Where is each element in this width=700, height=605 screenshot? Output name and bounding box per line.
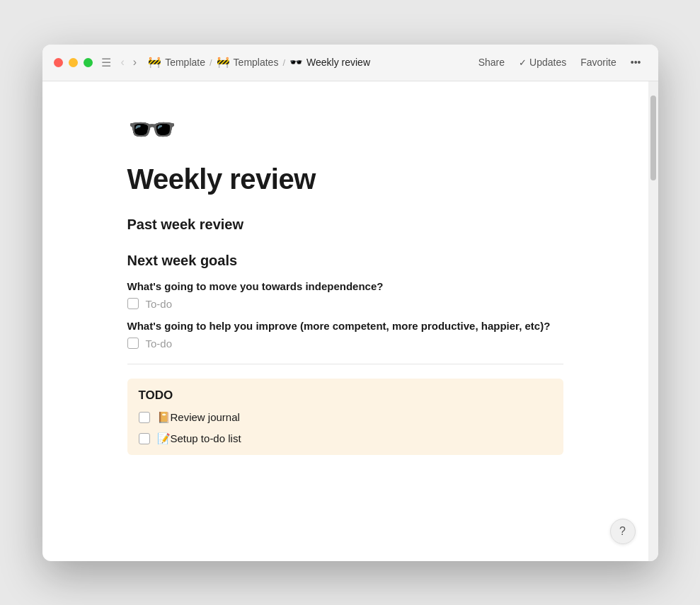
titlebar: ☰ ‹ › 🚧 Template / 🚧 Templates / 🕶️ Week… xyxy=(42,45,658,81)
forward-arrow-button[interactable]: › xyxy=(130,54,139,70)
past-week-heading: Past week review xyxy=(127,217,563,233)
todo-callout-item-1: 📔Review journal xyxy=(139,411,552,424)
nav-arrows: ‹ › xyxy=(118,54,140,70)
todo-callout-title: TODO xyxy=(139,388,552,403)
todo-callout-checkbox-2[interactable] xyxy=(139,433,150,444)
more-options-button[interactable]: ••• xyxy=(625,54,647,71)
review-journal-emoji-icon: 📔 xyxy=(157,411,171,423)
page-icon: 🕶️ xyxy=(127,110,563,149)
goal-question-2-text: What's going to help you improve (more c… xyxy=(127,320,563,332)
todo-callout-item-2: 📝Setup to-do list xyxy=(139,432,552,445)
breadcrumb-template-label: Template xyxy=(165,57,205,68)
section-divider xyxy=(127,364,563,364)
next-week-heading: Next week goals xyxy=(127,253,563,269)
todo-label-2: To-do xyxy=(146,338,173,350)
breadcrumb-sep-1: / xyxy=(210,57,212,68)
close-button[interactable] xyxy=(54,58,63,67)
check-icon: ✓ xyxy=(519,57,527,68)
todo-callout-checkbox-1[interactable] xyxy=(139,412,150,423)
todo-callout-label-2: 📝Setup to-do list xyxy=(157,432,241,445)
goal-question-2: What's going to help you improve (more c… xyxy=(127,320,563,350)
goal-question-1-text: What's going to move you towards indepen… xyxy=(127,280,563,292)
todo-checkbox-2[interactable] xyxy=(127,338,139,349)
updates-button[interactable]: ✓ Updates xyxy=(513,54,572,71)
templates-emoji-icon: 🚧 xyxy=(217,56,230,69)
help-button[interactable]: ? xyxy=(610,519,636,544)
scrollbar-thumb[interactable] xyxy=(650,96,656,180)
breadcrumb-template[interactable]: 🚧 Template xyxy=(148,56,205,69)
content-wrapper: 🕶️ Weekly review Past week review Next w… xyxy=(42,81,658,561)
todo-callout-label-1: 📔Review journal xyxy=(157,411,240,424)
updates-label: Updates xyxy=(529,57,566,68)
app-window: ☰ ‹ › 🚧 Template / 🚧 Templates / 🕶️ Week… xyxy=(42,45,658,561)
breadcrumb-weekly-review-label: Weekly review xyxy=(306,57,370,68)
todo-label-1: To-do xyxy=(146,298,173,310)
traffic-lights xyxy=(54,58,93,67)
weekly-review-emoji-icon: 🕶️ xyxy=(289,56,303,69)
minimize-button[interactable] xyxy=(69,58,78,67)
next-week-goals-section: Next week goals What's going to move you… xyxy=(127,253,563,350)
template-emoji-icon: 🚧 xyxy=(148,56,161,69)
goal-question-1: What's going to move you towards indepen… xyxy=(127,280,563,310)
share-button[interactable]: Share xyxy=(473,54,510,71)
breadcrumb-weekly-review[interactable]: 🕶️ Weekly review xyxy=(289,56,370,69)
scrollbar-track xyxy=(648,81,658,561)
breadcrumb-templates[interactable]: 🚧 Templates xyxy=(217,56,279,69)
breadcrumb-templates-label: Templates xyxy=(234,57,279,68)
setup-todo-emoji-icon: 📝 xyxy=(157,432,171,444)
breadcrumb-sep-2: / xyxy=(282,57,285,68)
breadcrumb: 🚧 Template / 🚧 Templates / 🕶️ Weekly rev… xyxy=(148,56,473,69)
todo-item-1: To-do xyxy=(127,298,563,310)
page-title: Weekly review xyxy=(127,163,563,195)
titlebar-actions: Share ✓ Updates Favorite ••• xyxy=(473,54,647,71)
favorite-button[interactable]: Favorite xyxy=(575,54,622,71)
todo-callout: TODO 📔Review journal 📝Setup to-do list xyxy=(127,379,563,455)
maximize-button[interactable] xyxy=(84,58,93,67)
hamburger-icon[interactable]: ☰ xyxy=(101,56,111,69)
main-content: 🕶️ Weekly review Past week review Next w… xyxy=(42,81,648,561)
todo-item-2: To-do xyxy=(127,338,563,350)
back-arrow-button[interactable]: ‹ xyxy=(118,54,127,70)
todo-checkbox-1[interactable] xyxy=(127,298,139,309)
